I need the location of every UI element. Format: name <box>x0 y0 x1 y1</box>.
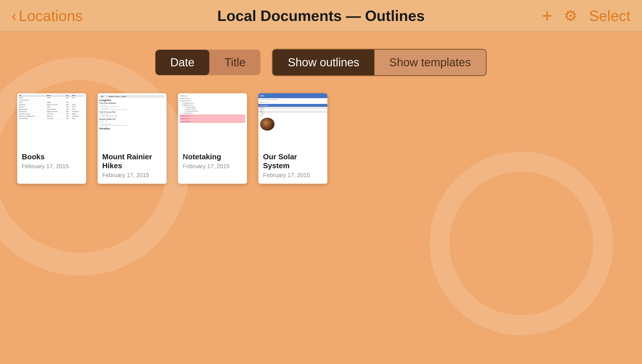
solar-date: February 17, 2015 <box>263 172 323 179</box>
main-content: Date Title Show outlines Show templates … <box>0 32 642 184</box>
header: ‹ Locations Local Documents — Outlines +… <box>0 0 642 32</box>
controls-row: Date Title Show outlines Show templates <box>17 49 625 76</box>
books-title: Books <box>22 152 82 161</box>
documents-grid: TitleAuthorYearOrigin 167788乌尔夫1980日本 Th… <box>17 93 625 184</box>
sort-date-button[interactable]: Date <box>155 50 210 75</box>
rainier-info: Mount Rainier Hikes February 17, 2015 <box>98 148 167 184</box>
notetaking-title: Notetaking <box>183 152 242 161</box>
add-document-icon[interactable]: + <box>542 7 552 25</box>
books-date: February 17, 2015 <box>22 163 82 170</box>
show-outlines-button[interactable]: Show outlines <box>273 50 374 75</box>
books-info: Books February 17, 2015 <box>17 148 86 175</box>
document-card-books[interactable]: TitleAuthorYearOrigin 167788乌尔夫1980日本 Th… <box>17 93 86 184</box>
page-title: Local Documents — Outlines <box>217 7 425 24</box>
notetaking-date: February 17, 2015 <box>183 163 242 170</box>
rainier-date: February 17, 2015 <box>102 172 162 179</box>
rainier-preview: Trail Distance Route..2 Hiked ? Longmire… <box>98 93 167 148</box>
books-preview: TitleAuthorYearOrigin 167788乌尔夫1980日本 Th… <box>17 93 86 148</box>
settings-gear-icon[interactable]: ⚙ <box>564 7 577 24</box>
notetaking-info: Notetaking February 17, 2015 <box>178 148 247 175</box>
locations-label: Locations <box>19 7 83 24</box>
sort-segment-group: Date Title <box>155 50 261 75</box>
show-templates-button[interactable]: Show templates <box>374 50 486 75</box>
rainier-title: Mount Rainier Hikes <box>102 152 162 170</box>
solar-preview: Sun Classified as type G1 yellow dwarf P… <box>258 93 327 148</box>
sort-title-button[interactable]: Title <box>209 50 260 75</box>
document-card-mount-rainier[interactable]: Trail Distance Route..2 Hiked ? Longmire… <box>98 93 167 184</box>
solar-title: Our Solar System <box>263 152 323 170</box>
back-arrow-icon: ‹ <box>11 8 16 23</box>
view-toggle-group: Show outlines Show templates <box>272 49 487 76</box>
select-button[interactable]: Select <box>589 7 631 24</box>
document-card-solar-system[interactable]: Sun Classified as type G1 yellow dwarf P… <box>258 93 327 184</box>
document-card-notetaking[interactable]: Outline Eve Prehistoric Eve Phanerozoic … <box>178 93 247 184</box>
notetaking-preview: Outline Eve Prehistoric Eve Phanerozoic … <box>178 93 247 148</box>
solar-info: Our Solar System February 17, 2015 <box>258 148 327 184</box>
